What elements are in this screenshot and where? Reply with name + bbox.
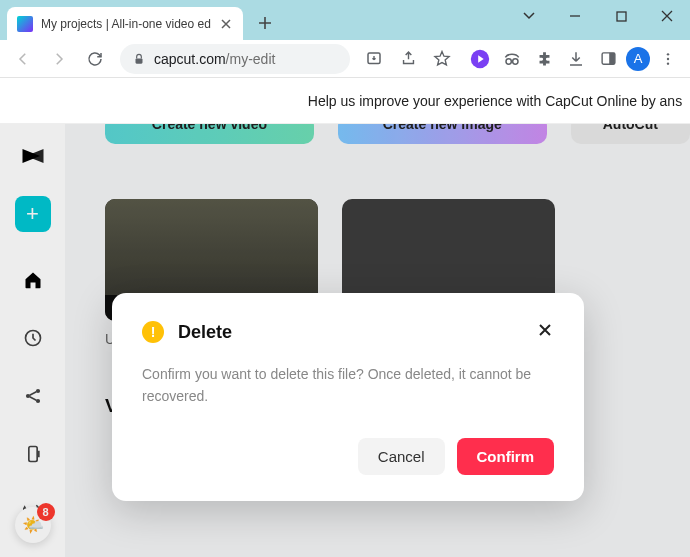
window-dropdown-icon[interactable] [506, 0, 552, 32]
svg-rect-1 [136, 58, 143, 63]
create-button[interactable]: + [15, 196, 51, 232]
install-app-icon[interactable] [360, 45, 388, 73]
feedback-sun-button[interactable]: 🌤️8 [15, 507, 51, 543]
svg-point-9 [667, 57, 669, 59]
dialog-close-button[interactable] [532, 317, 558, 343]
browser-tab[interactable]: My projects | All-in-one video ed [7, 7, 243, 40]
window-maximize-button[interactable] [598, 0, 644, 32]
browser-toolbar: capcut.com/my-edit A [0, 40, 690, 78]
media-play-icon[interactable] [466, 45, 494, 73]
capcut-logo[interactable] [19, 142, 47, 170]
url-text: capcut.com/my-edit [154, 51, 275, 67]
bookmark-star-icon[interactable] [428, 45, 456, 73]
page: Help us improve your experience with Cap… [0, 78, 690, 557]
sidebar-share-icon[interactable] [17, 380, 49, 412]
dialog-body: Confirm you want to delete this file? On… [142, 363, 554, 408]
confirm-button[interactable]: Confirm [457, 438, 555, 475]
tab-title: My projects | All-in-one video ed [41, 17, 211, 31]
new-tab-button[interactable] [251, 9, 279, 37]
sidebar: + 🌤️8 [0, 124, 65, 557]
dialog-actions: Cancel Confirm [142, 438, 554, 475]
sidebar-recent-icon[interactable] [17, 322, 49, 354]
svg-rect-7 [609, 53, 615, 64]
capcut-favicon [17, 16, 33, 32]
svg-point-4 [506, 58, 511, 63]
svg-point-8 [667, 53, 669, 55]
incognito-icon[interactable] [498, 45, 526, 73]
delete-dialog: ! Delete Confirm you want to delete this… [112, 293, 584, 501]
toolbar-actions: A [466, 45, 682, 73]
reload-button[interactable] [80, 44, 110, 74]
svg-rect-15 [28, 447, 36, 462]
dialog-title: Delete [178, 322, 232, 343]
back-button[interactable] [8, 44, 38, 74]
kebab-menu-icon[interactable] [654, 45, 682, 73]
sun-badge: 8 [37, 503, 55, 521]
share-icon[interactable] [394, 45, 422, 73]
downloads-icon[interactable] [562, 45, 590, 73]
warning-icon: ! [142, 321, 164, 343]
extensions-icon[interactable] [530, 45, 558, 73]
forward-button[interactable] [44, 44, 74, 74]
create-row: Create new video Create new image AutoCu… [105, 124, 690, 144]
svg-point-5 [513, 58, 518, 63]
create-video-card[interactable]: Create new video [105, 124, 314, 144]
address-bar[interactable]: capcut.com/my-edit [120, 44, 350, 74]
sidebar-device-icon[interactable] [17, 438, 49, 470]
lock-icon [132, 52, 146, 66]
cancel-button[interactable]: Cancel [358, 438, 445, 475]
window-minimize-button[interactable] [552, 0, 598, 32]
create-image-card[interactable]: Create new image [338, 124, 547, 144]
window-close-button[interactable] [644, 0, 690, 32]
tab-close-button[interactable] [219, 17, 233, 31]
autocut-card[interactable]: AutoCut [571, 124, 690, 144]
feedback-banner: Help us improve your experience with Cap… [0, 78, 690, 124]
window-controls [506, 0, 690, 35]
profile-avatar[interactable]: A [626, 47, 650, 71]
sidebar-home-icon[interactable] [17, 264, 49, 296]
svg-point-10 [667, 62, 669, 64]
side-panel-icon[interactable] [594, 45, 622, 73]
window-titlebar: My projects | All-in-one video ed [0, 0, 690, 40]
svg-rect-0 [617, 12, 626, 21]
